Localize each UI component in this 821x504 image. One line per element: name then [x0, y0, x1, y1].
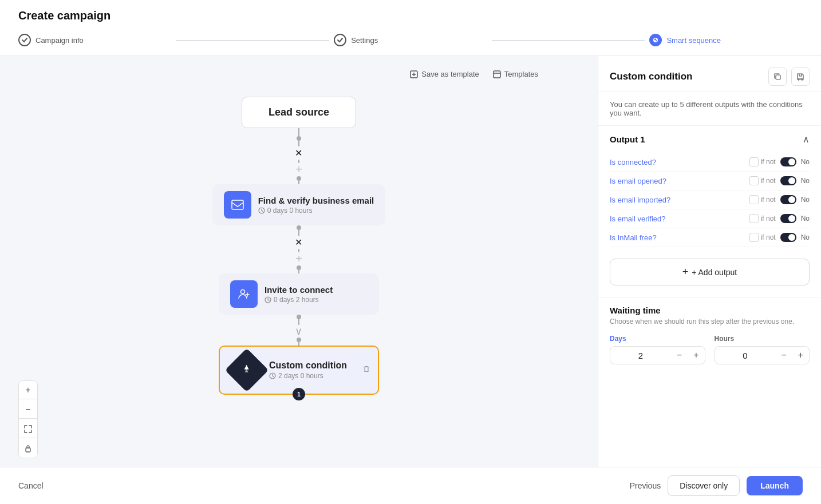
- if-not-checkbox-4[interactable]: [749, 233, 759, 242]
- header: Create campaign Campaign info Settings: [0, 0, 821, 56]
- email-icon: [224, 191, 251, 219]
- no-label-2: No: [801, 196, 810, 204]
- previous-button[interactable]: Previous: [630, 481, 661, 490]
- find-verify-time: 0 days 0 hours: [258, 207, 374, 215]
- condition-row-0: Is connected? if not No: [610, 153, 810, 172]
- collapse-output-button[interactable]: ∧: [803, 134, 810, 145]
- toggle-2[interactable]: [780, 195, 796, 204]
- condition-label-2[interactable]: Is email imported?: [610, 196, 670, 204]
- step-label-2: Settings: [351, 36, 378, 45]
- condition-row-2: Is email imported? if not No: [610, 191, 810, 209]
- zoom-in-button[interactable]: +: [19, 381, 37, 399]
- if-not-checkbox-0[interactable]: [749, 157, 759, 166]
- invite-time: 0 days 2 hours: [265, 296, 333, 304]
- hours-increment-button[interactable]: +: [792, 347, 809, 364]
- if-not-checkbox-2[interactable]: [749, 195, 759, 204]
- add-node-btn-1[interactable]: +: [295, 163, 302, 176]
- fit-screen-button[interactable]: [19, 420, 37, 438]
- line-2: [298, 141, 299, 146]
- svg-rect-2: [494, 71, 500, 78]
- step-label-1: Campaign info: [35, 36, 84, 45]
- toggle-3[interactable]: [780, 214, 796, 223]
- delete-node-button[interactable]: [362, 365, 371, 376]
- condition-controls-0: if not No: [749, 157, 810, 166]
- dot-2: [297, 176, 301, 181]
- days-decrement-button[interactable]: −: [671, 347, 688, 364]
- output-badge: 1: [293, 388, 305, 400]
- waiting-section: Waiting time Choose when we should run t…: [598, 297, 821, 372]
- find-verify-node[interactable]: Find & verify business email 0 days 0 ho…: [212, 184, 386, 225]
- canvas: Save as template Templates Lead source: [0, 56, 598, 504]
- svg-rect-9: [776, 75, 780, 80]
- hours-value: 0: [715, 347, 776, 364]
- if-not-checkbox-1[interactable]: [749, 176, 759, 185]
- custom-time: 2 days 0 hours: [269, 372, 347, 380]
- toggle-1[interactable]: [780, 176, 796, 185]
- condition-controls-2: if not No: [749, 195, 810, 204]
- x-2[interactable]: ✕: [295, 237, 302, 248]
- toggle-0[interactable]: [780, 157, 796, 166]
- duplicate-button[interactable]: [768, 68, 787, 86]
- step-smart-sequence: Smart sequence: [649, 34, 803, 46]
- flow-diagram: Lead source ✕ +: [212, 97, 386, 395]
- days-group: Days 2 − +: [610, 335, 705, 364]
- hours-decrement-button[interactable]: −: [775, 347, 792, 364]
- condition-label-1[interactable]: Is email opened?: [610, 177, 666, 185]
- custom-condition-node[interactable]: Custom condition 2 days 0 hours 1: [219, 346, 379, 395]
- step-settings: Settings: [334, 34, 487, 46]
- condition-controls-4: if not No: [749, 233, 810, 242]
- waiting-controls: Days 2 − + Hours 0 − +: [610, 335, 810, 364]
- zoom-controls: + −: [18, 380, 38, 458]
- save-as-template-button[interactable]: Save as template: [410, 70, 479, 78]
- launch-button[interactable]: Launch: [747, 476, 803, 495]
- days-stepper: 2 − +: [610, 346, 705, 364]
- condition-label-3[interactable]: Is email verified?: [610, 215, 666, 223]
- if-not-label-2: if not: [761, 196, 776, 204]
- step-circle-1: [18, 34, 31, 46]
- days-increment-button[interactable]: +: [688, 347, 704, 364]
- add-node-btn-2[interactable]: +: [295, 252, 302, 265]
- templates-button[interactable]: Templates: [493, 70, 538, 78]
- zoom-out-button[interactable]: −: [19, 400, 37, 419]
- footer: Cancel Previous Discover only Launch: [0, 467, 821, 504]
- lead-source-box: Lead source: [242, 97, 356, 128]
- lock-button[interactable]: [19, 439, 37, 458]
- condition-row-4: Is InMail free? if not No: [610, 228, 810, 247]
- if-not-label-0: if not: [761, 158, 776, 166]
- condition-label-0[interactable]: Is connected?: [610, 158, 656, 166]
- if-not-label-4: if not: [761, 233, 776, 241]
- canvas-toolbar: Save as template Templates: [410, 70, 538, 78]
- main-area: Save as template Templates Lead source: [0, 56, 821, 504]
- find-verify-box: Find & verify business email 0 days 0 ho…: [212, 184, 386, 225]
- panel-title: Custom condition: [610, 71, 692, 82]
- chevron-down-icon: ∨: [295, 325, 302, 338]
- x-1[interactable]: ✕: [295, 148, 302, 158]
- days-label: Days: [610, 335, 705, 343]
- invite-content: Invite to connect 0 days 2 hours: [265, 285, 333, 304]
- toggle-4[interactable]: [780, 233, 796, 242]
- discover-only-button[interactable]: Discover only: [668, 475, 740, 496]
- save-button[interactable]: [791, 68, 810, 86]
- if-not-group-2: if not: [749, 195, 776, 204]
- custom-condition-content: Custom condition 2 days 0 hours: [269, 360, 347, 380]
- lead-source-node: Lead source: [242, 97, 356, 128]
- days-value: 2: [610, 347, 671, 364]
- condition-controls-1: if not No: [749, 176, 810, 185]
- custom-condition-icon: [225, 348, 269, 392]
- if-not-checkbox-3[interactable]: [749, 214, 759, 223]
- svg-point-5: [240, 290, 244, 294]
- cancel-button[interactable]: Cancel: [18, 481, 44, 490]
- connector-1: ✕ +: [295, 128, 302, 184]
- hours-label: Hours: [715, 335, 810, 343]
- add-output-button[interactable]: + + Add output: [610, 259, 810, 285]
- condition-label-4[interactable]: Is InMail free?: [610, 233, 657, 242]
- page: Create campaign Campaign info Settings: [0, 0, 821, 504]
- step-label-3: Smart sequence: [666, 36, 721, 45]
- footer-actions: Previous Discover only Launch: [630, 475, 803, 496]
- invite-connect-node[interactable]: Invite to connect 0 days 2 hours: [219, 273, 379, 315]
- output-header: Output 1 ∧: [610, 134, 810, 145]
- connector-3: ∨: [295, 315, 302, 346]
- line-1: [298, 128, 299, 136]
- waiting-title: Waiting time: [610, 305, 810, 315]
- find-verify-content: Find & verify business email 0 days 0 ho…: [258, 196, 374, 215]
